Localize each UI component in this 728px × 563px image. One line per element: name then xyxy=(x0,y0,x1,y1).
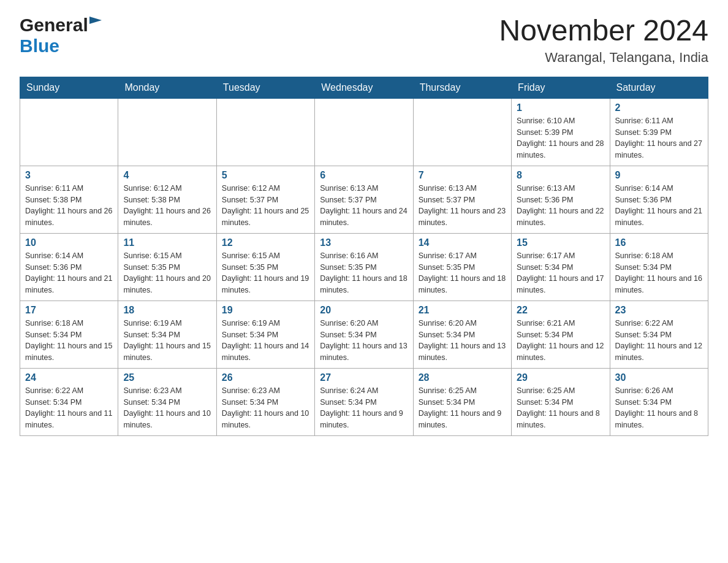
day-info: Sunrise: 6:19 AMSunset: 5:34 PMDaylight:… xyxy=(123,318,211,364)
calendar-day-cell: 10Sunrise: 6:14 AMSunset: 5:36 PMDayligh… xyxy=(20,233,118,301)
calendar-day-cell: 16Sunrise: 6:18 AMSunset: 5:34 PMDayligh… xyxy=(610,233,708,301)
day-info: Sunrise: 6:13 AMSunset: 5:36 PMDaylight:… xyxy=(517,183,604,229)
day-number: 17 xyxy=(25,305,113,316)
day-info: Sunrise: 6:14 AMSunset: 5:36 PMDaylight:… xyxy=(25,250,113,296)
day-info: Sunrise: 6:13 AMSunset: 5:37 PMDaylight:… xyxy=(320,183,408,229)
day-number: 1 xyxy=(517,102,604,113)
day-number: 4 xyxy=(123,170,211,181)
day-info: Sunrise: 6:20 AMSunset: 5:34 PMDaylight:… xyxy=(419,318,506,364)
calendar-day-cell: 28Sunrise: 6:25 AMSunset: 5:34 PMDayligh… xyxy=(413,368,511,435)
calendar-table: SundayMondayTuesdayWednesdayThursdayFrid… xyxy=(20,77,708,436)
day-info: Sunrise: 6:16 AMSunset: 5:35 PMDaylight:… xyxy=(320,250,408,296)
day-info: Sunrise: 6:26 AMSunset: 5:34 PMDaylight:… xyxy=(615,385,703,431)
day-info: Sunrise: 6:22 AMSunset: 5:34 PMDaylight:… xyxy=(615,318,703,364)
day-info: Sunrise: 6:10 AMSunset: 5:39 PMDaylight:… xyxy=(517,115,604,161)
day-number: 22 xyxy=(517,305,604,316)
calendar-day-cell: 1Sunrise: 6:10 AMSunset: 5:39 PMDaylight… xyxy=(512,98,610,166)
logo-blue-text: Blue xyxy=(20,36,59,56)
weekday-header-tuesday: Tuesday xyxy=(216,77,314,98)
calendar-day-cell: 11Sunrise: 6:15 AMSunset: 5:35 PMDayligh… xyxy=(118,233,216,301)
calendar-week-row: 24Sunrise: 6:22 AMSunset: 5:34 PMDayligh… xyxy=(20,368,708,435)
calendar-day-cell: 22Sunrise: 6:21 AMSunset: 5:34 PMDayligh… xyxy=(512,301,610,368)
calendar-day-cell xyxy=(315,98,413,166)
calendar-day-cell: 30Sunrise: 6:26 AMSunset: 5:34 PMDayligh… xyxy=(610,368,708,435)
weekday-header-friday: Friday xyxy=(512,77,610,98)
calendar-week-row: 1Sunrise: 6:10 AMSunset: 5:39 PMDaylight… xyxy=(20,98,708,166)
day-number: 27 xyxy=(320,372,408,383)
weekday-header-saturday: Saturday xyxy=(610,77,708,98)
calendar-day-cell: 29Sunrise: 6:25 AMSunset: 5:34 PMDayligh… xyxy=(512,368,610,435)
day-info: Sunrise: 6:23 AMSunset: 5:34 PMDaylight:… xyxy=(222,385,309,431)
day-number: 24 xyxy=(25,372,113,383)
day-info: Sunrise: 6:22 AMSunset: 5:34 PMDaylight:… xyxy=(25,385,113,431)
calendar-day-cell: 4Sunrise: 6:12 AMSunset: 5:38 PMDaylight… xyxy=(118,166,216,233)
day-number: 5 xyxy=(222,170,309,181)
day-number: 6 xyxy=(320,170,408,181)
day-number: 15 xyxy=(517,237,604,248)
calendar-day-cell: 24Sunrise: 6:22 AMSunset: 5:34 PMDayligh… xyxy=(20,368,118,435)
day-number: 8 xyxy=(517,170,604,181)
day-info: Sunrise: 6:21 AMSunset: 5:34 PMDaylight:… xyxy=(517,318,604,364)
day-info: Sunrise: 6:15 AMSunset: 5:35 PMDaylight:… xyxy=(123,250,211,296)
calendar-day-cell: 27Sunrise: 6:24 AMSunset: 5:34 PMDayligh… xyxy=(315,368,413,435)
day-number: 19 xyxy=(222,305,309,316)
weekday-header-monday: Monday xyxy=(118,77,216,98)
day-number: 18 xyxy=(123,305,211,316)
calendar-day-cell: 6Sunrise: 6:13 AMSunset: 5:37 PMDaylight… xyxy=(315,166,413,233)
day-info: Sunrise: 6:17 AMSunset: 5:35 PMDaylight:… xyxy=(419,250,506,296)
page-header: General Blue November 2024 Warangal, Tel… xyxy=(20,15,708,66)
calendar-day-cell: 21Sunrise: 6:20 AMSunset: 5:34 PMDayligh… xyxy=(413,301,511,368)
day-info: Sunrise: 6:24 AMSunset: 5:34 PMDaylight:… xyxy=(320,385,408,431)
day-number: 26 xyxy=(222,372,309,383)
calendar-day-cell: 20Sunrise: 6:20 AMSunset: 5:34 PMDayligh… xyxy=(315,301,413,368)
day-number: 29 xyxy=(517,372,604,383)
day-info: Sunrise: 6:25 AMSunset: 5:34 PMDaylight:… xyxy=(419,385,506,431)
day-info: Sunrise: 6:13 AMSunset: 5:37 PMDaylight:… xyxy=(419,183,506,229)
day-number: 20 xyxy=(320,305,408,316)
day-info: Sunrise: 6:12 AMSunset: 5:38 PMDaylight:… xyxy=(123,183,211,229)
day-info: Sunrise: 6:23 AMSunset: 5:34 PMDaylight:… xyxy=(123,385,211,431)
logo: General Blue xyxy=(20,15,103,56)
calendar-day-cell: 14Sunrise: 6:17 AMSunset: 5:35 PMDayligh… xyxy=(413,233,511,301)
logo-general-text: General xyxy=(20,15,88,36)
calendar-day-cell: 12Sunrise: 6:15 AMSunset: 5:35 PMDayligh… xyxy=(216,233,314,301)
calendar-day-cell: 15Sunrise: 6:17 AMSunset: 5:34 PMDayligh… xyxy=(512,233,610,301)
day-info: Sunrise: 6:18 AMSunset: 5:34 PMDaylight:… xyxy=(615,250,703,296)
calendar-day-cell xyxy=(216,98,314,166)
day-number: 30 xyxy=(615,372,703,383)
day-number: 3 xyxy=(25,170,113,181)
calendar-day-cell: 23Sunrise: 6:22 AMSunset: 5:34 PMDayligh… xyxy=(610,301,708,368)
day-info: Sunrise: 6:11 AMSunset: 5:38 PMDaylight:… xyxy=(25,183,113,229)
calendar-week-row: 3Sunrise: 6:11 AMSunset: 5:38 PMDaylight… xyxy=(20,166,708,233)
calendar-day-cell: 25Sunrise: 6:23 AMSunset: 5:34 PMDayligh… xyxy=(118,368,216,435)
day-number: 11 xyxy=(123,237,211,248)
calendar-day-cell xyxy=(118,98,216,166)
weekday-header-wednesday: Wednesday xyxy=(315,77,413,98)
day-info: Sunrise: 6:17 AMSunset: 5:34 PMDaylight:… xyxy=(517,250,604,296)
calendar-day-cell: 13Sunrise: 6:16 AMSunset: 5:35 PMDayligh… xyxy=(315,233,413,301)
day-number: 16 xyxy=(615,237,703,248)
calendar-day-cell xyxy=(20,98,118,166)
calendar-day-cell: 9Sunrise: 6:14 AMSunset: 5:36 PMDaylight… xyxy=(610,166,708,233)
calendar-day-cell: 8Sunrise: 6:13 AMSunset: 5:36 PMDaylight… xyxy=(512,166,610,233)
day-info: Sunrise: 6:11 AMSunset: 5:39 PMDaylight:… xyxy=(615,115,703,161)
logo-flag-icon xyxy=(89,17,103,28)
calendar-day-cell: 26Sunrise: 6:23 AMSunset: 5:34 PMDayligh… xyxy=(216,368,314,435)
day-number: 23 xyxy=(615,305,703,316)
day-info: Sunrise: 6:12 AMSunset: 5:37 PMDaylight:… xyxy=(222,183,309,229)
weekday-header-thursday: Thursday xyxy=(413,77,511,98)
calendar-day-cell: 5Sunrise: 6:12 AMSunset: 5:37 PMDaylight… xyxy=(216,166,314,233)
weekday-header-sunday: Sunday xyxy=(20,77,118,98)
calendar-day-cell: 17Sunrise: 6:18 AMSunset: 5:34 PMDayligh… xyxy=(20,301,118,368)
day-info: Sunrise: 6:18 AMSunset: 5:34 PMDaylight:… xyxy=(25,318,113,364)
calendar-day-cell: 3Sunrise: 6:11 AMSunset: 5:38 PMDaylight… xyxy=(20,166,118,233)
location-title: Warangal, Telangana, India xyxy=(499,50,708,66)
calendar-day-cell xyxy=(413,98,511,166)
svg-marker-0 xyxy=(89,17,102,24)
day-info: Sunrise: 6:20 AMSunset: 5:34 PMDaylight:… xyxy=(320,318,408,364)
day-number: 10 xyxy=(25,237,113,248)
calendar-title-area: November 2024 Warangal, Telangana, India xyxy=(499,15,708,66)
calendar-day-cell: 19Sunrise: 6:19 AMSunset: 5:34 PMDayligh… xyxy=(216,301,314,368)
weekday-header-row: SundayMondayTuesdayWednesdayThursdayFrid… xyxy=(20,77,708,98)
day-number: 9 xyxy=(615,170,703,181)
